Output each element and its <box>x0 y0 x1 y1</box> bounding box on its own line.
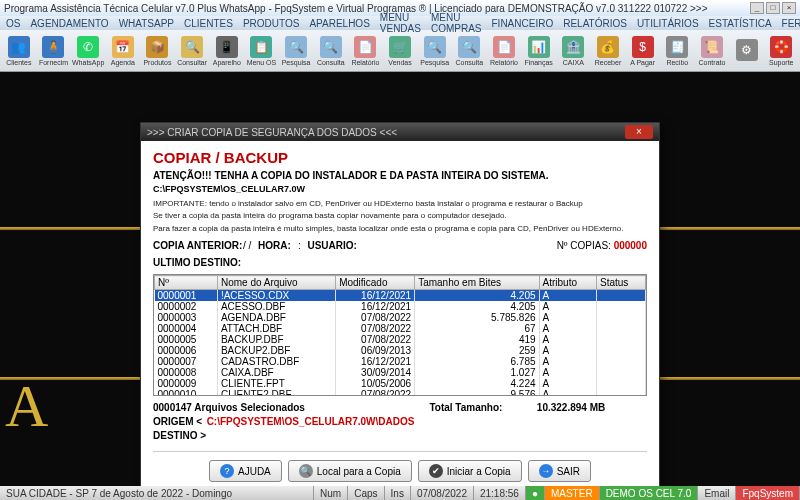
toolbar-btn21[interactable]: ⚙ <box>730 32 764 70</box>
menu-relatorios[interactable]: RELATÓRIOS <box>563 18 627 29</box>
table-row[interactable]: 0000003AGENDA.DBF07/08/20225.785.826A <box>155 312 646 323</box>
info-text-3: Para fazer a copia da pasta inteira é mu… <box>153 224 647 234</box>
table-row[interactable]: 0000009CLIENTE.FPT10/05/20064.224A <box>155 378 646 389</box>
toolbar-icon: 📋 <box>250 36 272 58</box>
logo-letter: A <box>5 372 48 441</box>
workspace: A >>> CRIAR COPIA DE SEGURANÇA DOS DADOS… <box>0 72 800 486</box>
toolbar-icon: 🛒 <box>389 36 411 58</box>
toolbar-label: Vendas <box>388 59 411 66</box>
toolbar-label: Relatório <box>490 59 518 66</box>
col-header[interactable]: Status <box>596 276 645 290</box>
table-row[interactable]: 0000004ATTACH.DBF07/08/202267A <box>155 323 646 334</box>
toolbar-agenda[interactable]: 📅Agenda <box>106 32 140 70</box>
toolbar-menu os[interactable]: 📋Menu OS <box>245 32 279 70</box>
status-email[interactable]: Email <box>698 486 736 500</box>
start-copy-button[interactable]: ✔Iniciar a Copia <box>418 460 522 482</box>
toolbar-produtos[interactable]: 📦Produtos <box>141 32 175 70</box>
toolbar-pesquisa[interactable]: 🔍Pesquisa <box>279 32 313 70</box>
toolbar-icon: 📦 <box>146 36 168 58</box>
table-row[interactable]: 0000007CADASTRO.DBF16/12/20216.785A <box>155 356 646 367</box>
col-header[interactable]: Nome do Arquivo <box>217 276 335 290</box>
menu-os[interactable]: OS <box>6 18 20 29</box>
table-row[interactable]: 0000006BACKUP2.DBF06/09/2013259A <box>155 345 646 356</box>
toolbar-consulta[interactable]: 🔍Consulta <box>314 32 348 70</box>
col-header[interactable]: Nº <box>155 276 218 290</box>
table-row[interactable]: 0000010CLIENTE2.DBF07/08/20229.576A <box>155 389 646 396</box>
toolbar-icon: 📊 <box>528 36 550 58</box>
toolbar-vendas[interactable]: 🛒Vendas <box>383 32 417 70</box>
col-header[interactable]: Atributo <box>539 276 596 290</box>
toolbar-suporte[interactable]: 🛟Suporte <box>764 32 798 70</box>
toolbar-consulta[interactable]: 🔍Consulta <box>453 32 487 70</box>
toolbar-aparelho[interactable]: 📱Aparelho <box>210 32 244 70</box>
toolbar-a pagar[interactable]: $A Pagar <box>626 32 660 70</box>
close-button[interactable]: × <box>782 2 796 14</box>
toolbar-icon: 🔍 <box>458 36 480 58</box>
toolbar-label: Pesquisa <box>282 59 311 66</box>
toolbar-label: Suporte <box>769 59 794 66</box>
toolbar-icon: ⚙ <box>736 39 758 61</box>
status-indicator: ● <box>526 486 545 500</box>
status-num: Num <box>314 486 348 500</box>
info-text-1: IMPORTANTE: tendo o instalador salvo em … <box>153 199 647 209</box>
choose-location-button[interactable]: 🔍Local para a Copia <box>288 460 412 482</box>
window-controls: _ □ × <box>750 2 796 14</box>
help-button[interactable]: ?AJUDA <box>209 460 282 482</box>
toolbar-icon: 💰 <box>597 36 619 58</box>
toolbar-label: Consulta <box>317 59 345 66</box>
toolbar-label: Finanças <box>524 59 552 66</box>
toolbar-label: Recibo <box>666 59 688 66</box>
table-row[interactable]: 0000002ACESSO.DBF16/12/20214.205A <box>155 301 646 312</box>
menu-utilitarios[interactable]: UTILITÁRIOS <box>637 18 699 29</box>
toolbar-label: Relatório <box>351 59 379 66</box>
menu-estatistica[interactable]: ESTATÍSTICA <box>709 18 772 29</box>
menu-whatsapp[interactable]: WHATSAPP <box>119 18 174 29</box>
toolbar-label: A Pagar <box>630 59 655 66</box>
toolbar-icon: 📜 <box>701 36 723 58</box>
menu-ferramentas[interactable]: FERRAMENTAS <box>782 18 800 29</box>
modal-close-button[interactable]: × <box>625 125 653 139</box>
toolbar-whatsapp[interactable]: ✆WhatsApp <box>71 32 105 70</box>
toolbar-finanças[interactable]: 📊Finanças <box>522 32 556 70</box>
menu-agendamento[interactable]: AGENDAMENTO <box>30 18 108 29</box>
status-fpq[interactable]: FpqSystem <box>736 486 800 500</box>
toolbar-recibo[interactable]: 🧾Recibo <box>660 32 694 70</box>
minimize-button[interactable]: _ <box>750 2 764 14</box>
toolbar-relatório[interactable]: 📄Relatório <box>487 32 521 70</box>
status-date: 07/08/2022 <box>411 486 474 500</box>
toolbar-icon: 🔍 <box>181 36 203 58</box>
backup-heading: COPIAR / BACKUP <box>153 149 647 166</box>
exit-button[interactable]: →SAIR <box>528 460 591 482</box>
toolbar-fornecim[interactable]: 🧍Fornecim <box>37 32 71 70</box>
file-grid[interactable]: NºNome do ArquivoModificadoTamanho em Bi… <box>153 274 647 396</box>
toolbar-icon: 📱 <box>216 36 238 58</box>
toolbar-label: Clientes <box>6 59 31 66</box>
toolbar-icon: ✆ <box>77 36 99 58</box>
menu-clientes[interactable]: CLIENTES <box>184 18 233 29</box>
col-header[interactable]: Modificado <box>336 276 415 290</box>
toolbar-label: Receber <box>595 59 621 66</box>
origin-row: ORIGEM < C:\FPQSYSTEM\OS_CELULAR7.0W\DAD… <box>153 416 647 427</box>
toolbar-contrato[interactable]: 📜Contrato <box>695 32 729 70</box>
status-bar: SUA CIDADE - SP 7 de Agosto de 2022 - Do… <box>0 486 800 500</box>
menu-produtos[interactable]: PRODUTOS <box>243 18 300 29</box>
menu-financeiro[interactable]: FINANCEIRO <box>492 18 554 29</box>
table-row[interactable]: 0000008CAIXA.DBF30/09/20141.027A <box>155 367 646 378</box>
toolbar-receber[interactable]: 💰Receber <box>591 32 625 70</box>
status-location: SUA CIDADE - SP 7 de Agosto de 2022 - Do… <box>0 486 314 500</box>
table-row[interactable]: 0000005BACKUP.DBF07/08/2022419A <box>155 334 646 345</box>
toolbar-icon: 🧾 <box>666 36 688 58</box>
toolbar-clientes[interactable]: 👥Clientes <box>2 32 36 70</box>
toolbar-icon: 📅 <box>112 36 134 58</box>
status-caps: Caps <box>348 486 384 500</box>
col-header[interactable]: Tamanho em Bites <box>415 276 539 290</box>
menu-aparelhos[interactable]: APARELHOS <box>309 18 369 29</box>
table-row[interactable]: 0000001!ACESSO.CDX16/12/20214.205A <box>155 290 646 302</box>
toolbar-icon: $ <box>632 36 654 58</box>
toolbar-pesquisa[interactable]: 🔍Pesquisa <box>418 32 452 70</box>
maximize-button[interactable]: □ <box>766 2 780 14</box>
toolbar-icon: 🏦 <box>562 36 584 58</box>
toolbar-relatório[interactable]: 📄Relatório <box>349 32 383 70</box>
toolbar-caixa[interactable]: 🏦CAIXA <box>557 32 591 70</box>
toolbar-consultar[interactable]: 🔍Consultar <box>175 32 209 70</box>
